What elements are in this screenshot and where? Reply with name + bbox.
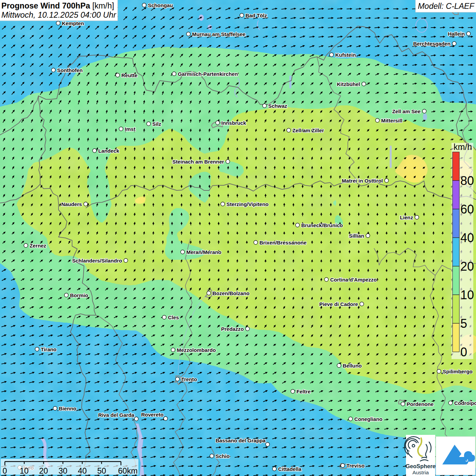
svg-text:Matrei in Osttirol: Matrei in Osttirol — [342, 178, 383, 184]
svg-text:Riva del Garda: Riva del Garda — [98, 412, 135, 418]
svg-text:Conegliano: Conegliano — [354, 416, 382, 422]
svg-text:Spilimbergo: Spilimbergo — [443, 369, 473, 374]
svg-text:10: 10 — [20, 466, 29, 475]
svg-text:Lienz: Lienz — [400, 215, 413, 220]
svg-text:40: 40 — [460, 231, 474, 245]
svg-text:Brixen/Bressanone: Brixen/Bressanone — [259, 240, 306, 245]
svg-text:Cortina d'Ampezzo: Cortina d'Ampezzo — [330, 277, 377, 283]
svg-text:Mittersill: Mittersill — [381, 118, 402, 123]
svg-text:Rovereto: Rovereto — [141, 412, 164, 418]
svg-text:60km: 60km — [118, 466, 137, 475]
svg-text:Reutte: Reutte — [121, 72, 137, 78]
svg-text:Mezzolombardo: Mezzolombardo — [177, 347, 216, 353]
svg-text:Sillian: Sillian — [349, 233, 364, 239]
svg-text:Zell am See: Zell am See — [392, 108, 421, 114]
svg-text:Sonthofen: Sonthofen — [57, 67, 83, 73]
svg-text:Cles: Cles — [168, 314, 179, 320]
svg-text:Predazzo: Predazzo — [221, 326, 244, 332]
svg-text:Innsbruck: Innsbruck — [221, 120, 246, 126]
svg-text:Cittadella: Cittadella — [278, 466, 302, 472]
svg-text:0: 0 — [460, 345, 467, 359]
svg-text:Bruneck/Brunico: Bruneck/Brunico — [301, 222, 343, 228]
svg-text:Berchtesgaden: Berchtesgaden — [413, 41, 451, 47]
svg-text:Codroipo: Codroipo — [454, 400, 476, 406]
svg-text:Pordenone: Pordenone — [407, 401, 434, 407]
svg-text:Imst: Imst — [125, 126, 135, 132]
svg-text:40: 40 — [78, 466, 87, 475]
svg-text:Hallein: Hallein — [448, 31, 465, 37]
svg-text:Bassano del Grappa: Bassano del Grappa — [216, 438, 266, 443]
svg-text:50: 50 — [97, 466, 106, 475]
svg-text:Zernez: Zernez — [30, 243, 46, 249]
svg-text:30: 30 — [58, 466, 67, 475]
svg-text:Silz: Silz — [152, 121, 162, 127]
svg-text:Schwaz: Schwaz — [268, 103, 287, 109]
svg-text:Trento: Trento — [181, 376, 197, 382]
svg-text:Kempten: Kempten — [62, 20, 84, 26]
svg-text:Bienno: Bienno — [59, 406, 76, 411]
svg-text:Nauders: Nauders — [61, 201, 82, 207]
svg-text:Garmisch-Partenkirchen: Garmisch-Partenkirchen — [178, 71, 238, 77]
svg-text:GeoSphere: GeoSphere — [406, 463, 436, 469]
svg-text:Tirano: Tirano — [41, 346, 56, 352]
svg-text:Sterzing/Vipiteno: Sterzing/Vipiteno — [226, 201, 269, 207]
svg-text:Bad Tölz: Bad Tölz — [245, 13, 267, 18]
svg-text:Bozen/Bolzano: Bozen/Bolzano — [213, 290, 250, 296]
svg-text:20: 20 — [39, 466, 48, 475]
svg-text:5: 5 — [460, 317, 467, 330]
svg-text:km/h: km/h — [454, 142, 472, 152]
svg-text:Belluno: Belluno — [343, 363, 362, 369]
svg-text:Prognose Wind 700hPa [km/h]: Prognose Wind 700hPa [km/h] — [1, 1, 114, 10]
svg-text:10: 10 — [460, 288, 474, 302]
svg-text:Feltre: Feltre — [296, 389, 310, 394]
svg-text:Schio: Schio — [216, 453, 230, 459]
svg-text:Austria: Austria — [412, 470, 429, 475]
svg-text:Modell: C-LAEF: Modell: C-LAEF — [418, 2, 475, 11]
svg-text:Treviso: Treviso — [346, 463, 364, 469]
svg-text:Schlanders/Silandro: Schlanders/Silandro — [72, 258, 122, 264]
svg-text:20: 20 — [460, 259, 474, 273]
svg-text:Mittwoch, 10.12.2025 04:00 Uhr: Mittwoch, 10.12.2025 04:00 Uhr — [1, 10, 116, 19]
svg-text:80: 80 — [460, 174, 474, 188]
svg-text:Pieve di Cadore: Pieve di Cadore — [319, 301, 358, 307]
svg-text:Steinach am Brenner: Steinach am Brenner — [172, 159, 224, 165]
svg-text:Murnau am Staffelsee: Murnau am Staffelsee — [192, 31, 245, 37]
svg-text:Bormio: Bormio — [70, 292, 88, 298]
svg-text:Schongau: Schongau — [148, 2, 173, 8]
svg-text:Zell am Ziller: Zell am Ziller — [292, 128, 324, 133]
svg-text:0: 0 — [2, 466, 7, 475]
svg-text:Landeck: Landeck — [98, 148, 119, 154]
svg-text:60: 60 — [460, 202, 474, 216]
svg-text:Kitzbühel: Kitzbühel — [337, 81, 360, 87]
svg-text:Meran/Merano: Meran/Merano — [186, 249, 221, 255]
svg-text:Kufstein: Kufstein — [335, 52, 356, 58]
